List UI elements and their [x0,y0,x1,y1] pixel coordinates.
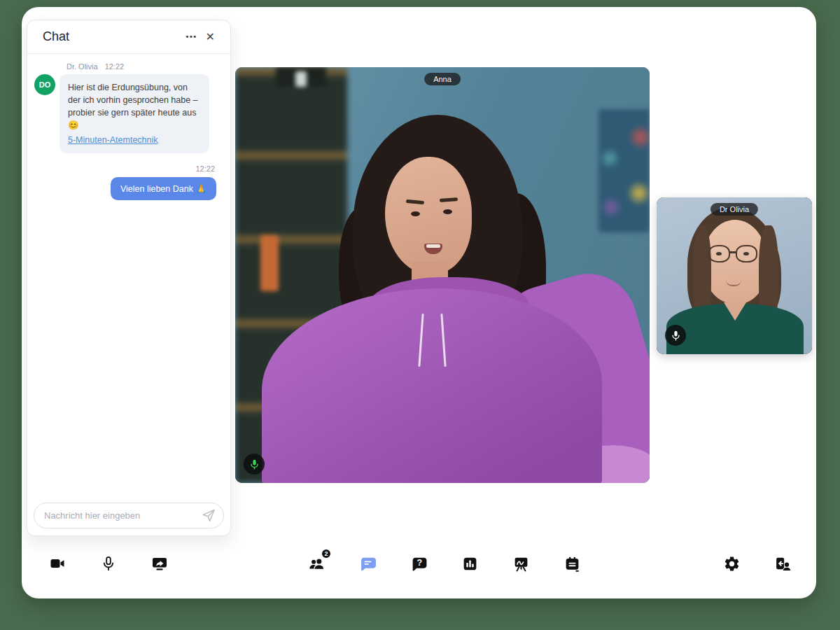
polls-button[interactable] [459,553,480,574]
incoming-message-row: DO Hier ist die Erdungsübung, von der ic… [34,74,220,153]
qa-button[interactable]: ? [408,553,429,574]
send-message-button[interactable] [200,507,217,524]
camera-button[interactable] [47,553,68,574]
book-art [260,235,279,291]
message-meta: Dr. Olivia 12:22 [66,62,220,71]
participants-button[interactable]: 2 [306,553,327,574]
reply-time: 12:22 [34,164,215,173]
message-composer [34,503,224,528]
screen-share-button[interactable] [149,553,170,574]
participant-name-label: Dr Olivia [710,203,758,216]
glasses-icon [736,245,757,262]
chat-header: Chat ••• ✕ [27,20,230,54]
outgoing-message-row: Vielen lieben Dank 🙏 [34,177,220,200]
breathing-exercise-link[interactable]: 5-Minuten-Atemtechnik [68,134,201,146]
chat-panel-title: Chat [43,29,182,44]
switch-room-icon [774,555,792,573]
switch-room-button[interactable] [772,553,793,574]
microphone-icon [100,555,117,572]
question-bubble-icon: ? [410,555,428,573]
main-video-tile[interactable]: Anna [235,67,650,483]
whiteboard-icon [512,555,530,573]
incoming-message-bubble: Hier ist die Erdungsübung, von der ich v… [59,74,209,153]
whiteboard-button[interactable] [510,553,531,574]
notes-icon [564,555,581,573]
chat-panel: Chat ••• ✕ Dr. Olivia 12:22 DO Hier ist … [27,20,231,536]
chat-icon [359,555,377,573]
call-toolbar: 2 ? [22,553,816,578]
camera-icon [49,555,66,572]
toolbar-media-group [47,553,170,574]
toolbar-feature-group: 2 ? [306,553,582,574]
eye-art [411,211,420,216]
mouth-art [426,244,440,248]
message-input[interactable] [34,503,224,528]
screen-share-icon [151,555,168,572]
chat-more-options-button[interactable]: ••• [182,30,202,43]
mic-on-icon [665,325,686,346]
glasses-icon [708,245,730,262]
sender-avatar: DO [34,74,55,95]
mic-active-icon [244,454,265,475]
gear-icon [723,555,741,573]
settings-button[interactable] [721,553,742,574]
face-art [703,220,767,304]
participant-name-label: Anna [424,73,461,85]
svg-text:?: ? [416,558,422,568]
poster-art [598,109,650,232]
message-time: 12:22 [105,62,125,71]
chat-button[interactable] [357,553,378,574]
chat-close-button[interactable]: ✕ [202,29,219,46]
send-icon [201,507,216,523]
notes-button[interactable] [561,553,582,574]
bar-chart-icon [461,555,479,573]
outgoing-message-bubble: Vielen lieben Dank 🙏 [111,177,216,200]
face-art [385,157,472,274]
microphone-button[interactable] [98,553,119,574]
video-call-window: Anna Dr Olivia [22,7,816,598]
participants-count-badge: 2 [321,548,332,559]
cup-art [295,71,307,87]
glasses-bridge-art [729,251,736,253]
eye-art [443,209,452,214]
message-sender: Dr. Olivia [66,62,98,71]
chat-message-list: Dr. Olivia 12:22 DO Hier ist die Erdungs… [27,54,230,497]
pip-video-tile[interactable]: Dr Olivia [657,197,812,354]
message-text: Hier ist die Erdungsübung, von der ich v… [68,83,198,130]
toolbar-settings-group [721,553,793,574]
